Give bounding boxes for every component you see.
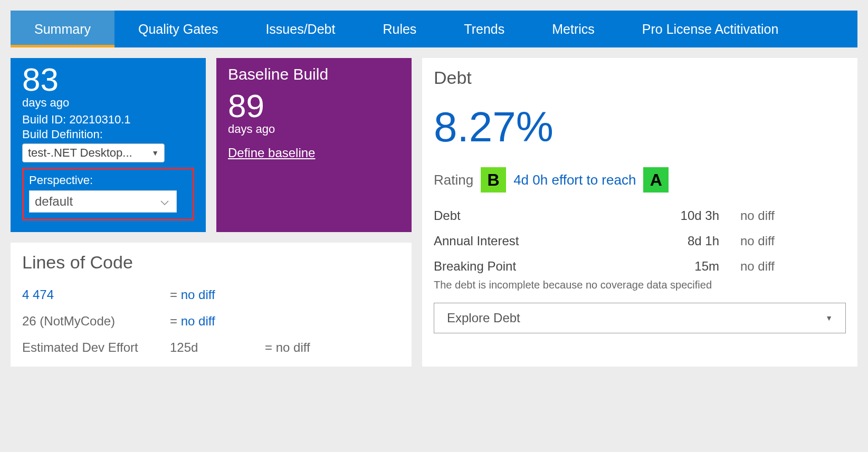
- annual-interest-value: 8d 1h: [635, 234, 740, 248]
- tab-bar: Summary Quality Gates Issues/Debt Rules …: [11, 11, 857, 47]
- loc-est-value: 125d: [170, 340, 265, 355]
- tab-issues-debt[interactable]: Issues/Debt: [242, 11, 359, 47]
- debt-row-value: 10d 3h: [635, 208, 740, 223]
- tab-trends[interactable]: Trends: [440, 11, 528, 47]
- breaking-point-label: Breaking Point: [434, 259, 635, 274]
- loc-total-diff[interactable]: no diff: [181, 287, 215, 302]
- build-days-ago: 83: [22, 63, 194, 96]
- perspective-label: Perspective:: [29, 174, 187, 187]
- chevron-down-icon: ▼: [151, 149, 159, 157]
- loc-est-diff: no diff: [276, 340, 310, 354]
- build-id: Build ID: 20210310.1: [22, 113, 194, 127]
- loc-est-label: Estimated Dev Effort: [22, 340, 170, 355]
- tab-rules[interactable]: Rules: [359, 11, 440, 47]
- target-rating-badge: A: [643, 167, 669, 193]
- build-definition-label: Build Definition:: [22, 128, 194, 141]
- tab-metrics[interactable]: Metrics: [528, 11, 618, 47]
- build-definition-value: test-.NET Desktop...: [28, 146, 132, 159]
- debt-card: Debt 8.27% Rating B 4d 0h effort to reac…: [422, 58, 857, 367]
- debt-row-diff: no diff: [740, 208, 846, 223]
- loc-total-eq: =: [170, 287, 181, 302]
- tab-quality-gates[interactable]: Quality Gates: [115, 11, 242, 47]
- baseline-card: Baseline Build 89 days ago Define baseli…: [216, 58, 412, 232]
- loc-total-link[interactable]: 4 474: [22, 287, 170, 302]
- loc-notmycode-diff[interactable]: no diff: [181, 314, 215, 328]
- chevron-down-icon: ▼: [825, 314, 833, 322]
- explore-debt-label: Explore Debt: [447, 311, 520, 325]
- annual-interest-diff: no diff: [740, 234, 846, 248]
- chevron-down-icon: [160, 194, 169, 209]
- tab-license[interactable]: Pro License Actitivation: [618, 11, 802, 47]
- rating-label: Rating: [434, 172, 473, 188]
- rating-badge: B: [481, 167, 506, 193]
- baseline-days: 89: [228, 90, 400, 122]
- breaking-point-diff: no diff: [740, 259, 846, 274]
- perspective-value: default: [35, 194, 73, 208]
- perspective-highlight: Perspective: default: [22, 168, 194, 220]
- baseline-days-label: days ago: [228, 122, 400, 136]
- build-card: 83 days ago Build ID: 20210310.1 Build D…: [11, 58, 206, 232]
- effort-to-reach-link[interactable]: 4d 0h effort to reach: [513, 172, 636, 188]
- perspective-select[interactable]: default: [29, 190, 177, 213]
- define-baseline-link[interactable]: Define baseline: [228, 146, 400, 160]
- build-definition-select[interactable]: test-.NET Desktop... ▼: [22, 143, 165, 162]
- build-days-label: days ago: [22, 96, 194, 110]
- debt-row-label: Debt: [434, 208, 635, 223]
- loc-title: Lines of Code: [22, 252, 400, 273]
- debt-note: The debt is incomplete because no covera…: [434, 279, 846, 291]
- loc-notmycode-eq: =: [170, 314, 181, 328]
- breaking-point-value: 15m: [635, 259, 740, 274]
- debt-percentage[interactable]: 8.27%: [434, 103, 846, 151]
- tab-summary[interactable]: Summary: [11, 11, 115, 47]
- loc-notmycode: 26 (NotMyCode): [22, 314, 170, 329]
- debt-title: Debt: [434, 68, 846, 88]
- lines-of-code-card: Lines of Code 4 474 = no diff 26 (NotMyC…: [11, 243, 412, 367]
- explore-debt-select[interactable]: Explore Debt ▼: [434, 303, 846, 333]
- annual-interest-label: Annual Interest: [434, 234, 635, 248]
- loc-est-eq: =: [265, 340, 276, 354]
- baseline-title: Baseline Build: [228, 65, 400, 83]
